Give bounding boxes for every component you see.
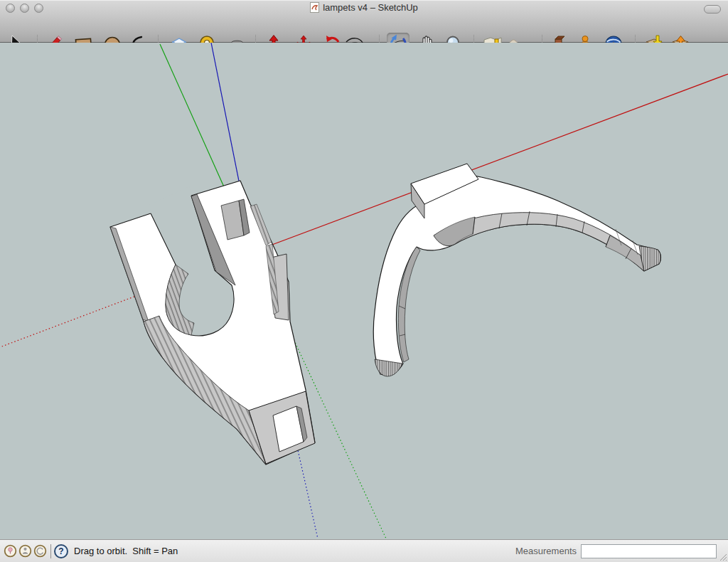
viewport-canvas[interactable] bbox=[0, 43, 728, 539]
resize-grip[interactable] bbox=[718, 552, 727, 561]
title-bar[interactable]: lampets v4 – SketchUp bbox=[0, 0, 728, 16]
toolbar: » bbox=[0, 16, 728, 43]
modeling-viewport[interactable] bbox=[0, 43, 728, 539]
model-clip-bracket[interactable] bbox=[110, 181, 315, 465]
pin-icon bbox=[9, 548, 13, 552]
window-title-wrap: lampets v4 – SketchUp bbox=[0, 2, 728, 13]
window-title: lampets v4 – SketchUp bbox=[323, 2, 418, 13]
help-button[interactable]: ? bbox=[54, 544, 68, 558]
geolocation-badge[interactable] bbox=[4, 544, 17, 558]
status-separator bbox=[50, 544, 51, 558]
drawing-axes bbox=[0, 43, 728, 539]
document-icon bbox=[310, 2, 319, 13]
status-bar: ? Drag to orbit. Shift = Pan Measurement… bbox=[0, 539, 728, 562]
measurements-label: Measurements bbox=[515, 546, 577, 556]
license-badge[interactable] bbox=[33, 544, 47, 558]
status-hint: Drag to orbit. Shift = Pan bbox=[74, 546, 178, 556]
measurements-input[interactable] bbox=[581, 544, 717, 558]
attribution-badge[interactable] bbox=[18, 544, 32, 558]
person-icon bbox=[23, 548, 26, 551]
model-curved-hook[interactable] bbox=[373, 164, 660, 376]
window-chrome: lampets v4 – SketchUp bbox=[0, 0, 728, 43]
toolbar-toggle-pill[interactable] bbox=[704, 5, 721, 14]
